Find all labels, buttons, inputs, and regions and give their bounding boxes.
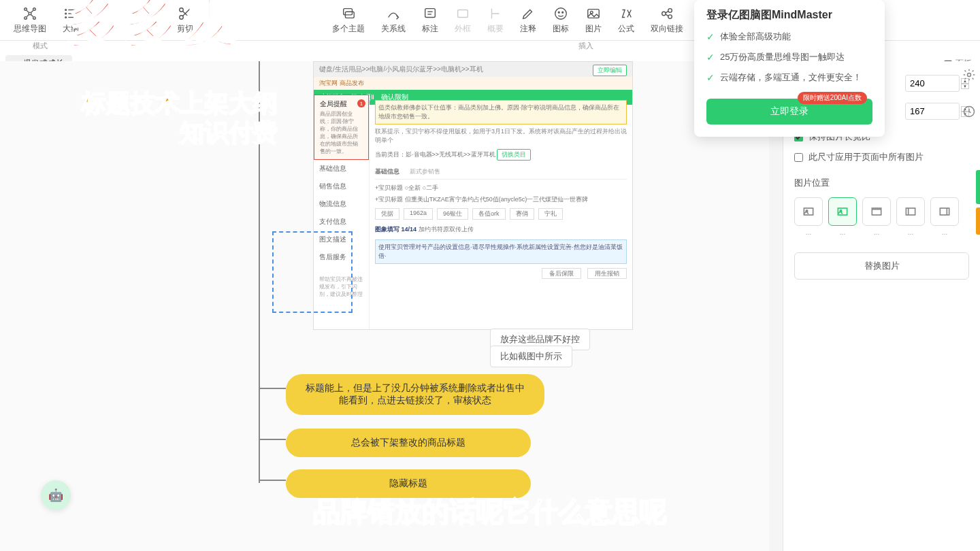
side-item[interactable]: 销售信息 [314, 178, 369, 195]
group-insert: 插入 [565, 41, 607, 51]
bracket-icon [487, 5, 504, 22]
position-sublabels: ............... [794, 229, 969, 236]
prev-btn[interactable]: 备后保限 [542, 268, 581, 279]
robot-icon: 🤖 [48, 488, 63, 503]
toolbar-mark[interactable]: 图标 [544, 3, 577, 37]
toolbar-link[interactable]: 双向链接 [642, 3, 691, 37]
change-cat-btn[interactable]: 切换类目 [497, 149, 531, 161]
side-item[interactable]: 基础信息 [314, 160, 369, 178]
toolbar-label: 多个主题 [332, 23, 365, 35]
side-item[interactable]: 支付信息 [314, 213, 369, 231]
curve-icon [385, 5, 402, 22]
svg-point-2 [24, 17, 27, 20]
check-icon: ✓ [706, 52, 715, 63]
assistant-fab[interactable]: 🤖 [41, 480, 71, 510]
mind-node[interactable]: 标题能上，但是上了没几分钟被系统删除或者出售中能看到，点进去链接没了，审核状态 [286, 374, 544, 415]
login-title: 登录亿图脑图MindMaster [706, 8, 872, 22]
toolbar-mindmap[interactable]: 思维导图 [5, 3, 54, 37]
svg-point-26 [662, 12, 666, 16]
pencil-icon [520, 5, 536, 22]
width-input[interactable] [905, 75, 960, 92]
login-feature: 云端存储，多端互通，文件更安全！ [720, 71, 862, 84]
upload-tip: 使用宝贝管理对号产品的设置信息·请尽早性规操作·系统新属性设置完善·然您好是油清… [375, 239, 627, 264]
svg-point-22 [558, 12, 559, 13]
toolbar-label: 双向链接 [651, 23, 683, 35]
toolbar-label: 标注 [422, 23, 438, 35]
apply-all-checkbox[interactable] [794, 153, 803, 162]
svg-line-30 [666, 14, 668, 16]
check-icon: ✓ [706, 72, 715, 83]
toolbar-relation[interactable]: 关系线 [373, 3, 414, 37]
login-button-label: 立即登录 [770, 105, 808, 116]
formula-icon [618, 5, 634, 22]
side-accent-green [976, 170, 980, 204]
position-title: 图片位置 [794, 177, 969, 189]
svg-point-10 [65, 17, 67, 18]
svg-point-8 [65, 10, 67, 11]
toolbar-label: 思维导图 [14, 23, 46, 35]
svg-rect-35 [838, 208, 847, 215]
alert-box: 值类似教师佛参以下仕值事：商品类别加上佛。原因·除宁称说明商品信息，确保商品所在… [375, 100, 627, 124]
height-input[interactable] [905, 103, 960, 120]
login-button[interactable]: 限时赠送200AI点数 立即登录 [706, 99, 872, 124]
emoji-icon [553, 5, 569, 22]
svg-point-0 [24, 8, 27, 11]
taobao-label: 淘宝网 商品发布 [314, 77, 632, 90]
svg-point-3 [33, 17, 36, 20]
side-highlight[interactable]: 全局提醒 1 商品原因创业线：原因·除宁称，你的商品信息，确保商品所在的地级市您… [314, 95, 369, 160]
connector-line [259, 388, 286, 389]
svg-point-27 [668, 9, 672, 13]
svg-point-23 [562, 12, 564, 13]
image-icon [585, 5, 602, 22]
mindmap-icon [22, 5, 38, 22]
history-icon[interactable] [962, 105, 976, 121]
toolbar-label: 关系线 [381, 23, 406, 35]
side-item[interactable]: 物流信息 [314, 195, 369, 213]
svg-rect-38 [906, 208, 915, 215]
selection-indicator [272, 231, 353, 313]
svg-point-1 [33, 8, 36, 11]
connector-line [259, 480, 286, 481]
alert-text: 联系提示，宝贝宁称不得使用版权，如用于3月1日下发。系统将对该商品产生的过程并给… [375, 127, 627, 145]
mind-node[interactable]: 总会被下架整改的商品标题 [286, 429, 531, 457]
pub-btn[interactable]: 用生报销 [587, 268, 627, 279]
pos-option-4[interactable] [896, 197, 925, 226]
pos-option-3[interactable] [862, 197, 891, 226]
error-badge: 1 [357, 99, 365, 107]
pos-option-5[interactable] [930, 197, 959, 226]
login-feature: 体验全部高级功能 [720, 31, 791, 43]
promo-badge: 限时赠送200AI点数 [798, 92, 867, 104]
toolbar-callout[interactable]: 标注 [414, 3, 446, 37]
toolbar-label: 图片 [585, 23, 602, 35]
pos-option-2[interactable] [828, 197, 857, 226]
screenshot-main: 值类似教师佛参以下仕值事：商品类别加上佛。原因·除宁称说明商品信息，确保商品所在… [370, 95, 632, 329]
group-mode: 模式 [5, 41, 61, 51]
toolbar-summary[interactable]: 概要 [479, 3, 512, 37]
toolbar-comment[interactable]: 注释 [512, 3, 544, 37]
watermark-logo: 多多麦 [68, 0, 240, 60]
embedded-screenshot[interactable]: 键盘/生活用品>>电脑/小风扇贝尔蓝牙>>电脑机>>耳机 立即编辑 淘宝网 商品… [313, 61, 633, 330]
toolbar-label: 公式 [618, 23, 634, 35]
edit-btn[interactable]: 立即编辑 [593, 65, 627, 76]
login-feature: 25万份高质量思维导图一触即达 [720, 51, 845, 63]
position-grid [794, 197, 969, 226]
pos-option-1[interactable] [794, 197, 823, 226]
toolbar-boundary[interactable]: 外框 [446, 3, 479, 37]
toolbar-label: 概要 [487, 23, 504, 35]
check-icon: ✓ [706, 31, 715, 42]
toolbar-label: 图标 [553, 23, 569, 35]
svg-rect-17 [425, 9, 436, 18]
toolbar-formula[interactable]: 公式 [610, 3, 642, 37]
screenshot-breadcrumb: 键盘/生活用品>>电脑/小风扇贝尔蓝牙>>电脑机>>耳机 立即编辑 [314, 62, 632, 77]
gear-icon[interactable] [962, 68, 976, 84]
svg-point-42 [968, 73, 971, 77]
svg-rect-20 [458, 10, 468, 18]
toolbar-multi-topic[interactable]: 多个主题 [324, 3, 373, 37]
watermark-subtitle: 标题技术上架大纲 知识付费 [82, 88, 278, 147]
sub-node[interactable]: 比如截图中所示 [490, 346, 572, 367]
toolbar-image[interactable]: 图片 [577, 3, 610, 37]
replace-image-button[interactable]: 替换图片 [794, 252, 969, 280]
link-icon [659, 5, 675, 22]
stack-icon [340, 5, 357, 22]
login-popup: 登录亿图脑图MindMaster ✓体验全部高级功能 ✓25万份高质量思维导图一… [694, 0, 885, 137]
